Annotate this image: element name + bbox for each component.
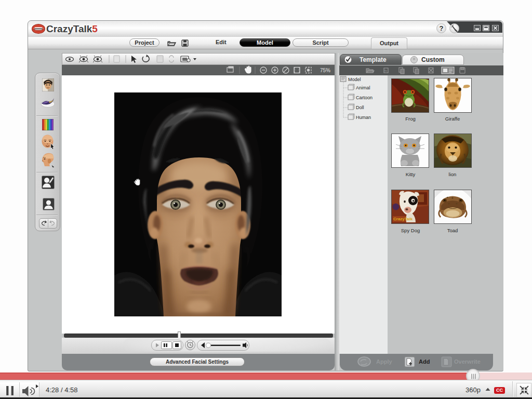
svg-text:Model: Model bbox=[348, 77, 361, 82]
svg-text:Custom: Custom bbox=[421, 56, 445, 63]
svg-text:Cartoon: Cartoon bbox=[356, 95, 373, 100]
svg-text:Template: Template bbox=[360, 56, 387, 63]
svg-text:fx: fx bbox=[384, 69, 387, 72]
svg-text:CrazyTalk: CrazyTalk bbox=[393, 217, 413, 221]
svg-text:Doll: Doll bbox=[356, 105, 364, 110]
svg-text:Add: Add bbox=[419, 358, 430, 365]
svg-text:Apply: Apply bbox=[376, 358, 392, 365]
svg-text:Human: Human bbox=[356, 115, 371, 120]
svg-text:Animal: Animal bbox=[356, 85, 370, 90]
svg-text:Overwrite: Overwrite bbox=[454, 358, 481, 365]
svg-text:?: ? bbox=[440, 24, 444, 32]
svg-text:75%: 75% bbox=[320, 68, 330, 73]
